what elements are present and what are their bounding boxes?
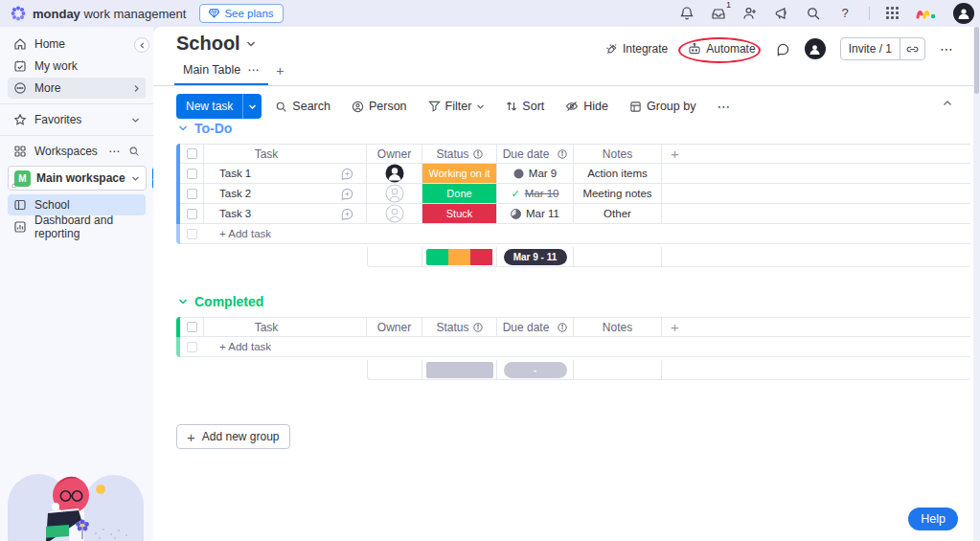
group-todo-title[interactable]: To-Do [178, 121, 970, 136]
board-owner-avatar[interactable] [805, 38, 826, 59]
monday-logo[interactable]: monday work management [10, 5, 186, 22]
add-new-group-button[interactable]: + Add new group [176, 424, 290, 449]
invite-members-icon[interactable] [742, 6, 758, 21]
apps-grid-icon[interactable] [886, 7, 900, 20]
search-button[interactable]: Search [267, 94, 338, 119]
add-view-button[interactable]: + [276, 63, 284, 85]
add-column-button[interactable]: + [662, 317, 970, 337]
owner-avatar-filled[interactable] [367, 164, 422, 184]
column-owner[interactable]: Owner [367, 317, 422, 337]
owner-avatar-empty[interactable] [367, 204, 422, 224]
info-icon[interactable] [473, 323, 483, 332]
task-name[interactable]: Task 1 [204, 164, 329, 184]
add-task-label[interactable]: + Add task [204, 337, 329, 357]
workspaces-more-icon[interactable]: ⋯ [108, 145, 121, 158]
new-task-button[interactable]: New task [176, 94, 262, 119]
add-task-row[interactable]: + Add task [176, 337, 970, 357]
due-date-cell[interactable]: Mar 9 [497, 164, 574, 184]
status-cell[interactable]: Done [422, 184, 497, 204]
column-due-date[interactable]: Due date [497, 317, 574, 337]
product-logo-icon[interactable] [916, 7, 937, 20]
board-title[interactable]: School [176, 33, 256, 55]
task-name[interactable]: Task 2 [204, 184, 329, 204]
add-column-button[interactable]: + [662, 144, 970, 164]
status-cell[interactable]: Stuck [422, 204, 497, 224]
person-filter-button[interactable]: Person [344, 94, 415, 119]
see-plans-button[interactable]: See plans [199, 4, 283, 23]
add-task-label[interactable]: + Add task [204, 224, 329, 244]
notes-cell[interactable]: Other [574, 204, 662, 224]
board-chat-icon[interactable] [776, 42, 790, 56]
sidebar-board-dashboard[interactable]: Dashboard and reporting [8, 216, 146, 237]
collapse-header-icon[interactable] [943, 100, 952, 106]
sidebar-board-school[interactable]: School [8, 194, 146, 215]
group-by-button[interactable]: Group by [622, 94, 703, 119]
date-range-cell[interactable]: Mar 9 - 11 [497, 247, 574, 267]
tab-options-icon[interactable]: ⋯ [247, 63, 260, 77]
info-icon[interactable] [473, 149, 483, 159]
sidebar-item-more[interactable]: More [8, 78, 146, 99]
tab-main-table[interactable]: Main Table ⋯ [174, 63, 268, 85]
date-range-cell[interactable]: - [497, 360, 574, 380]
owner-avatar-empty[interactable] [367, 184, 422, 204]
column-status[interactable]: Status [422, 317, 497, 337]
column-status[interactable]: Status [422, 144, 497, 164]
sort-button[interactable]: Sort [498, 94, 552, 119]
workspaces-search-icon[interactable] [128, 146, 140, 157]
copy-link-icon[interactable] [900, 38, 924, 59]
hide-button[interactable]: Hide [558, 94, 616, 119]
row-checkbox[interactable] [180, 204, 204, 224]
due-date-cell[interactable]: ✓Mar 10 [497, 184, 574, 204]
invite-button[interactable]: Invite / 1 [841, 42, 900, 56]
column-notes[interactable]: Notes [574, 144, 662, 164]
column-notes[interactable]: Notes [574, 317, 662, 337]
help-icon[interactable]: ? [837, 6, 853, 21]
status-distribution-bar[interactable] [422, 360, 497, 380]
chevron-down-icon[interactable] [476, 103, 485, 110]
add-update-icon[interactable] [329, 164, 367, 184]
scrollbar-thumb[interactable] [974, 27, 979, 94]
select-all-checkbox[interactable] [180, 144, 204, 164]
notes-cell[interactable]: Meeting notes [574, 184, 662, 204]
filter-button[interactable]: Filter [421, 94, 493, 119]
notifications-bell-icon[interactable] [679, 6, 695, 21]
add-task-row[interactable]: + Add task [176, 224, 970, 244]
status-distribution-bar[interactable] [422, 247, 497, 267]
column-due-date[interactable]: Due date [497, 144, 574, 164]
column-task[interactable]: Task [204, 144, 329, 164]
row-checkbox[interactable] [180, 164, 204, 184]
sidebar-item-my-work[interactable]: My work [8, 56, 146, 77]
info-icon[interactable] [558, 149, 567, 159]
task-name[interactable]: Task 3 [204, 204, 329, 224]
sidebar-item-label: Favorites [34, 113, 81, 126]
toolbar-more-icon[interactable]: ⋯ [709, 94, 739, 119]
page-scrollbar[interactable] [973, 27, 980, 541]
add-update-icon[interactable] [329, 204, 367, 224]
search-icon[interactable] [806, 6, 821, 21]
status-cell[interactable]: Working on it [422, 164, 497, 184]
add-update-icon[interactable] [329, 184, 367, 204]
column-owner[interactable]: Owner [367, 144, 422, 164]
automate-button[interactable]: Automate [682, 40, 761, 57]
integrate-button[interactable]: Integrate [605, 42, 668, 56]
sidebar-item-home[interactable]: Home [8, 34, 146, 55]
sidebar-collapse-button[interactable] [134, 37, 149, 53]
select-all-checkbox[interactable] [180, 317, 204, 337]
group-completed-title[interactable]: Completed [178, 294, 970, 309]
summary-empty-cell [662, 360, 970, 380]
sidebar-item-workspaces[interactable]: Workspaces ⋯ [8, 141, 146, 162]
user-avatar[interactable] [953, 3, 974, 24]
due-date-cell[interactable]: Mar 11 [497, 204, 574, 224]
inbox-icon[interactable]: 1 [711, 6, 726, 21]
help-button[interactable]: Help [908, 507, 958, 530]
notes-cell[interactable]: Action items [574, 164, 662, 184]
row-checkbox[interactable] [180, 184, 204, 204]
whats-new-icon[interactable] [774, 6, 789, 21]
new-task-caret[interactable] [242, 94, 262, 119]
workspace-selector[interactable]: M⌂ Main workspace [8, 166, 147, 191]
board-more-icon[interactable]: ⋯ [940, 41, 954, 56]
info-icon[interactable] [558, 323, 567, 332]
column-task[interactable]: Task [204, 317, 329, 337]
sidebar-item-favorites[interactable]: Favorites [8, 109, 146, 130]
sidebar-item-label: More [34, 81, 60, 95]
